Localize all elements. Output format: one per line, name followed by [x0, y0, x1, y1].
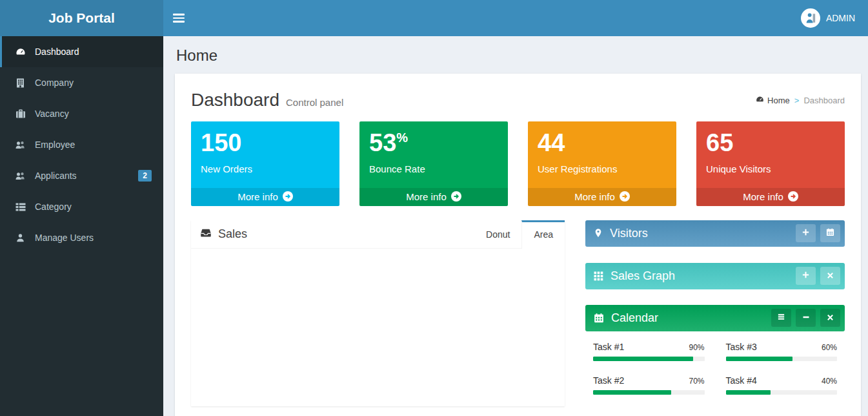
- info-box-bounce-rate: 53% Bounce Rate More info: [359, 121, 508, 206]
- breadcrumb-separator: >: [794, 96, 800, 105]
- inbox-icon: [200, 227, 212, 241]
- progress-bar-fill: [726, 390, 771, 395]
- sidebar-item-company[interactable]: Company: [0, 67, 163, 98]
- visitors-panel-header: Visitors: [585, 220, 845, 247]
- progress-bar-fill: [593, 390, 671, 395]
- collapse-button[interactable]: [796, 309, 816, 327]
- tab-donut[interactable]: Donut: [474, 220, 521, 248]
- sales-chart-area: [191, 249, 565, 406]
- close-icon: [827, 313, 834, 323]
- minus-icon: [802, 313, 810, 323]
- close-button[interactable]: [820, 309, 840, 327]
- breadcrumb-current: Dashboard: [803, 96, 845, 105]
- task-percent: 40%: [822, 377, 837, 386]
- expand-button[interactable]: [796, 224, 816, 242]
- dashboard-panel: Dashboard Control panel Home > Dashboard: [175, 74, 861, 416]
- sidebar-item-label: Dashboard: [35, 47, 79, 57]
- task-item: Task #3 60%: [726, 342, 838, 361]
- sidebar-item-label: Manage Users: [35, 233, 94, 243]
- sidebar-item-category[interactable]: Category: [0, 191, 163, 222]
- calendar-button[interactable]: [820, 224, 840, 242]
- calendar-panel-title: Calendar: [611, 311, 658, 325]
- dashboard-heading: Dashboard: [191, 90, 279, 110]
- progress-bar: [593, 390, 705, 395]
- more-info-link[interactable]: More info: [359, 188, 508, 206]
- tachometer-icon: [756, 95, 764, 105]
- more-info-link[interactable]: More info: [528, 188, 676, 206]
- tab-area[interactable]: Area: [521, 220, 565, 249]
- sidebar: Dashboard Company Vacancy: [0, 36, 163, 416]
- sidebar-item-label: Vacancy: [35, 109, 69, 119]
- breadcrumb-home-link[interactable]: Home: [756, 95, 790, 105]
- info-box-label: User Registrations: [538, 163, 667, 174]
- sales-panel: Sales Donut Area: [191, 220, 565, 406]
- info-box-label: Unique Visitors: [706, 163, 835, 174]
- suitcase-icon: [15, 109, 26, 118]
- sidebar-item-employee[interactable]: Employee: [0, 129, 163, 160]
- brand-logo[interactable]: Job Portal: [0, 0, 163, 36]
- sidebar-item-dashboard[interactable]: Dashboard: [0, 36, 163, 67]
- task-item: Task #4 40%: [726, 375, 838, 395]
- hamburger-icon: [173, 12, 185, 25]
- sidebar-item-manage-users[interactable]: Manage Users: [0, 222, 163, 253]
- more-info-link[interactable]: More info: [696, 188, 845, 206]
- visitors-panel-title: Visitors: [610, 227, 648, 240]
- progress-bar-fill: [726, 357, 793, 361]
- sidebar-item-label: Category: [35, 202, 72, 212]
- menu-button[interactable]: [771, 309, 791, 327]
- arrow-circle-right-icon: [283, 191, 293, 202]
- building-icon: [15, 78, 26, 88]
- info-box-value: 150: [201, 129, 330, 158]
- sidebar-item-applicants[interactable]: Applicants 2: [0, 160, 163, 191]
- info-box-label: New Orders: [201, 163, 330, 174]
- progress-bar: [593, 357, 705, 361]
- arrow-circle-right-icon: [788, 191, 798, 202]
- progress-bar-fill: [593, 357, 693, 361]
- task-label: Task #4: [726, 375, 757, 386]
- calendar-panel-header: Calendar: [585, 305, 845, 331]
- th-grid-icon: [594, 271, 603, 281]
- user-icon: [15, 233, 26, 242]
- more-info-link[interactable]: More info: [191, 188, 339, 206]
- task-label: Task #3: [726, 342, 757, 352]
- avatar: [801, 8, 820, 28]
- info-box-new-orders: 150 New Orders More info: [191, 121, 339, 206]
- close-button[interactable]: [820, 267, 840, 285]
- info-box-value: 65: [706, 129, 835, 158]
- task-percent: 60%: [822, 343, 837, 352]
- breadcrumb: Home > Dashboard: [756, 95, 845, 105]
- users-icon: [15, 140, 26, 149]
- calendar-icon: [594, 313, 604, 324]
- task-percent: 90%: [689, 343, 704, 352]
- sales-panel-title: Sales: [218, 227, 247, 241]
- sidebar-item-label: Company: [35, 78, 74, 88]
- sales-graph-panel-title: Sales Graph: [611, 269, 675, 283]
- sidebar-item-label: Applicants: [35, 171, 77, 181]
- info-box-unique-visitors: 65 Unique Visitors More info: [696, 121, 845, 206]
- sidebar-item-label: Employee: [35, 140, 75, 150]
- right-column: Visitors: [585, 220, 845, 395]
- content-area: Home Dashboard Control panel Home: [163, 36, 868, 416]
- applicants-count-badge: 2: [138, 170, 152, 182]
- map-marker-icon: [594, 227, 603, 239]
- sidebar-toggle-button[interactable]: [163, 0, 194, 36]
- user-name: ADMIN: [826, 13, 855, 23]
- info-box-user-registrations: 44 User Registrations More info: [528, 121, 676, 206]
- progress-bar: [726, 357, 838, 361]
- top-navbar: Job Portal ADMIN: [0, 0, 868, 36]
- expand-button[interactable]: [796, 267, 816, 285]
- plus-icon: [802, 271, 810, 281]
- close-icon: [827, 271, 834, 281]
- page-title: Home: [176, 47, 852, 65]
- progress-bar: [726, 390, 838, 395]
- arrow-circle-right-icon: [620, 191, 630, 202]
- task-item: Task #1 90%: [593, 342, 705, 361]
- info-box-value: 44: [538, 129, 667, 158]
- task-progress-list: Task #1 90% Task #3 60%: [585, 339, 845, 395]
- sidebar-item-vacancy[interactable]: Vacancy: [0, 98, 163, 129]
- dashboard-subheading: Control panel: [286, 97, 343, 108]
- tachometer-icon: [15, 47, 26, 57]
- user-menu[interactable]: ADMIN: [801, 0, 868, 36]
- arrow-circle-right-icon: [451, 191, 461, 202]
- th-list-icon: [15, 203, 26, 211]
